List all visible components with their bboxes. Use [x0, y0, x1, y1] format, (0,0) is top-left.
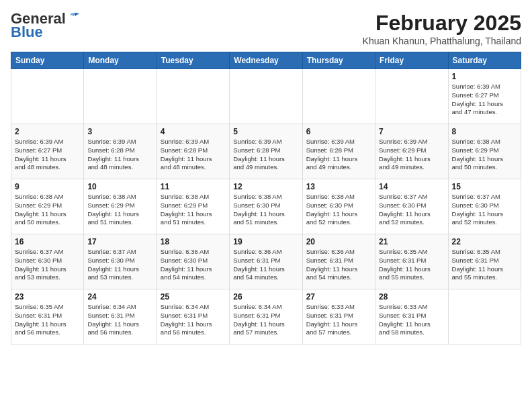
day-number: 19	[233, 237, 298, 246]
calendar-cell	[375, 69, 448, 124]
logo-blue: Blue	[11, 24, 43, 40]
day-number: 1	[452, 72, 517, 81]
day-info: Sunrise: 6:37 AM Sunset: 6:30 PM Dayligh…	[15, 248, 80, 282]
calendar-cell: 6Sunrise: 6:39 AM Sunset: 6:28 PM Daylig…	[302, 124, 375, 179]
page-header: General Blue February 2025 Khuan Khanun,…	[11, 11, 521, 46]
day-info: Sunrise: 6:38 AM Sunset: 6:30 PM Dayligh…	[306, 193, 371, 227]
day-info: Sunrise: 6:38 AM Sunset: 6:30 PM Dayligh…	[233, 193, 298, 227]
calendar-cell	[84, 69, 157, 124]
calendar-cell	[11, 69, 84, 124]
calendar-cell: 20Sunrise: 6:36 AM Sunset: 6:31 PM Dayli…	[302, 234, 375, 289]
logo: General Blue	[11, 11, 81, 40]
week-row-3: 9Sunrise: 6:38 AM Sunset: 6:29 PM Daylig…	[11, 179, 521, 234]
day-number: 10	[87, 182, 152, 191]
day-info: Sunrise: 6:38 AM Sunset: 6:29 PM Dayligh…	[87, 193, 152, 227]
day-number: 6	[306, 127, 371, 136]
day-number: 7	[379, 127, 444, 136]
day-info: Sunrise: 6:34 AM Sunset: 6:31 PM Dayligh…	[233, 303, 298, 337]
calendar-cell: 17Sunrise: 6:37 AM Sunset: 6:30 PM Dayli…	[84, 234, 157, 289]
calendar-table: SundayMondayTuesdayWednesdayThursdayFrid…	[11, 52, 521, 345]
col-header-monday: Monday	[84, 52, 157, 69]
day-number: 24	[87, 292, 152, 302]
calendar-cell: 10Sunrise: 6:38 AM Sunset: 6:29 PM Dayli…	[84, 179, 157, 234]
day-info: Sunrise: 6:36 AM Sunset: 6:31 PM Dayligh…	[306, 248, 371, 282]
calendar-cell: 25Sunrise: 6:34 AM Sunset: 6:31 PM Dayli…	[157, 289, 229, 345]
col-header-thursday: Thursday	[302, 52, 375, 69]
week-row-1: 1Sunrise: 6:39 AM Sunset: 6:27 PM Daylig…	[11, 69, 521, 124]
day-number: 12	[233, 182, 298, 191]
day-number: 20	[306, 237, 371, 246]
day-info: Sunrise: 6:38 AM Sunset: 6:29 PM Dayligh…	[15, 193, 80, 227]
day-number: 4	[161, 127, 226, 136]
day-info: Sunrise: 6:34 AM Sunset: 6:31 PM Dayligh…	[161, 303, 226, 337]
day-info: Sunrise: 6:39 AM Sunset: 6:28 PM Dayligh…	[233, 138, 298, 172]
day-number: 21	[379, 237, 444, 246]
day-number: 2	[15, 127, 80, 136]
day-number: 3	[87, 127, 152, 136]
day-info: Sunrise: 6:36 AM Sunset: 6:31 PM Dayligh…	[233, 248, 298, 282]
day-info: Sunrise: 6:39 AM Sunset: 6:28 PM Dayligh…	[161, 138, 226, 172]
calendar-cell	[448, 289, 521, 345]
calendar-cell: 4Sunrise: 6:39 AM Sunset: 6:28 PM Daylig…	[157, 124, 229, 179]
day-number: 26	[233, 292, 298, 302]
day-number: 8	[452, 127, 517, 136]
day-info: Sunrise: 6:33 AM Sunset: 6:31 PM Dayligh…	[306, 303, 371, 337]
col-header-wednesday: Wednesday	[230, 52, 302, 69]
calendar-cell: 9Sunrise: 6:38 AM Sunset: 6:29 PM Daylig…	[11, 179, 84, 234]
col-header-sunday: Sunday	[11, 52, 84, 69]
day-info: Sunrise: 6:34 AM Sunset: 6:31 PM Dayligh…	[87, 303, 152, 337]
calendar-cell: 2Sunrise: 6:39 AM Sunset: 6:27 PM Daylig…	[11, 124, 84, 179]
day-info: Sunrise: 6:38 AM Sunset: 6:29 PM Dayligh…	[161, 193, 226, 227]
calendar-cell: 11Sunrise: 6:38 AM Sunset: 6:29 PM Dayli…	[157, 179, 229, 234]
day-number: 15	[452, 182, 517, 191]
location-subtitle: Khuan Khanun, Phatthalung, Thailand	[363, 36, 521, 46]
calendar-cell: 8Sunrise: 6:38 AM Sunset: 6:29 PM Daylig…	[448, 124, 521, 179]
day-number: 5	[233, 127, 298, 136]
col-header-friday: Friday	[375, 52, 448, 69]
calendar-cell: 21Sunrise: 6:35 AM Sunset: 6:31 PM Dayli…	[375, 234, 448, 289]
calendar-cell: 23Sunrise: 6:35 AM Sunset: 6:31 PM Dayli…	[11, 289, 84, 345]
day-info: Sunrise: 6:33 AM Sunset: 6:31 PM Dayligh…	[379, 303, 444, 337]
col-header-saturday: Saturday	[448, 52, 521, 69]
calendar-cell: 12Sunrise: 6:38 AM Sunset: 6:30 PM Dayli…	[230, 179, 302, 234]
day-info: Sunrise: 6:35 AM Sunset: 6:31 PM Dayligh…	[379, 248, 444, 282]
week-row-5: 23Sunrise: 6:35 AM Sunset: 6:31 PM Dayli…	[11, 289, 521, 345]
calendar-cell: 13Sunrise: 6:38 AM Sunset: 6:30 PM Dayli…	[302, 179, 375, 234]
calendar-cell: 19Sunrise: 6:36 AM Sunset: 6:31 PM Dayli…	[230, 234, 302, 289]
logo-bird-icon	[67, 12, 81, 23]
day-info: Sunrise: 6:37 AM Sunset: 6:30 PM Dayligh…	[379, 193, 444, 227]
day-number: 28	[379, 292, 444, 302]
calendar-cell: 26Sunrise: 6:34 AM Sunset: 6:31 PM Dayli…	[230, 289, 302, 345]
calendar-cell: 24Sunrise: 6:34 AM Sunset: 6:31 PM Dayli…	[84, 289, 157, 345]
day-number: 22	[452, 237, 517, 246]
day-number: 27	[306, 292, 371, 302]
day-number: 11	[161, 182, 226, 191]
day-number: 14	[379, 182, 444, 191]
calendar-cell	[157, 69, 229, 124]
day-info: Sunrise: 6:35 AM Sunset: 6:31 PM Dayligh…	[15, 303, 80, 337]
week-row-2: 2Sunrise: 6:39 AM Sunset: 6:27 PM Daylig…	[11, 124, 521, 179]
day-info: Sunrise: 6:38 AM Sunset: 6:29 PM Dayligh…	[452, 138, 517, 172]
day-number: 9	[15, 182, 80, 191]
day-info: Sunrise: 6:37 AM Sunset: 6:30 PM Dayligh…	[452, 193, 517, 227]
calendar-cell	[302, 69, 375, 124]
calendar-cell: 22Sunrise: 6:35 AM Sunset: 6:31 PM Dayli…	[448, 234, 521, 289]
calendar-cell: 5Sunrise: 6:39 AM Sunset: 6:28 PM Daylig…	[230, 124, 302, 179]
col-header-tuesday: Tuesday	[157, 52, 229, 69]
month-year-title: February 2025	[363, 11, 521, 36]
day-info: Sunrise: 6:35 AM Sunset: 6:31 PM Dayligh…	[452, 248, 517, 282]
calendar-cell	[230, 69, 302, 124]
day-info: Sunrise: 6:39 AM Sunset: 6:29 PM Dayligh…	[379, 138, 444, 172]
day-number: 13	[306, 182, 371, 191]
calendar-header-row: SundayMondayTuesdayWednesdayThursdayFrid…	[11, 52, 521, 69]
day-info: Sunrise: 6:37 AM Sunset: 6:30 PM Dayligh…	[87, 248, 152, 282]
calendar-cell: 27Sunrise: 6:33 AM Sunset: 6:31 PM Dayli…	[302, 289, 375, 345]
calendar-cell: 3Sunrise: 6:39 AM Sunset: 6:28 PM Daylig…	[84, 124, 157, 179]
day-info: Sunrise: 6:39 AM Sunset: 6:27 PM Dayligh…	[15, 138, 80, 172]
day-number: 18	[161, 237, 226, 246]
calendar-cell: 18Sunrise: 6:36 AM Sunset: 6:30 PM Dayli…	[157, 234, 229, 289]
day-number: 25	[161, 292, 226, 302]
week-row-4: 16Sunrise: 6:37 AM Sunset: 6:30 PM Dayli…	[11, 234, 521, 289]
title-block: February 2025 Khuan Khanun, Phatthalung,…	[363, 11, 521, 46]
day-number: 17	[87, 237, 152, 246]
